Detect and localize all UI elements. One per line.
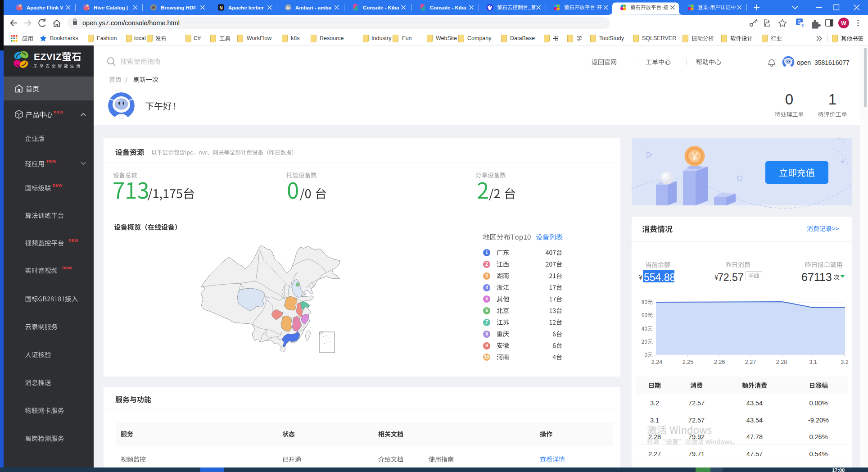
svg-text:W: W: [841, 20, 846, 27]
svg-text:N: N: [219, 5, 222, 10]
